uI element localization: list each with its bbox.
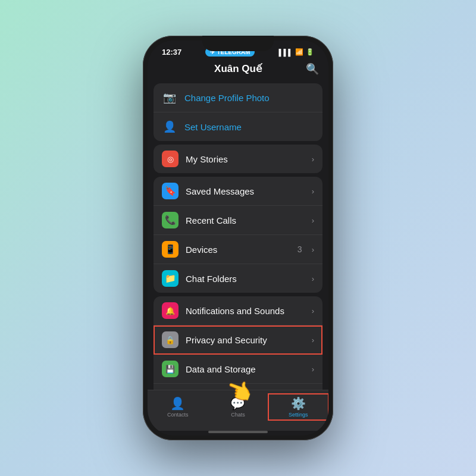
recent-calls-item[interactable]: 📞 Recent Calls › [154,206,322,235]
settings-section: 🔔 Notifications and Sounds › 🔒 Privacy a… [154,296,322,390]
profile-section: 📷 Change Profile Photo 👤 Set Username [154,83,322,141]
set-username-label: Set Username [184,122,242,132]
username-icon: 👤 [162,119,177,134]
chat-folders-item[interactable]: 📁 Chat Folders › [154,264,322,293]
tab-contacts[interactable]: 👤 Contacts [148,394,208,420]
main-section: 🔖 Saved Messages › 📞 Recent Calls › 📱 De… [154,177,322,293]
tab-bar: 👤 Contacts 💬 Chats 👈 ⚙️ Settings [148,390,328,431]
change-profile-photo-label: Change Profile Photo [184,93,270,103]
devices-chevron: › [312,245,314,254]
settings-icon: ⚙️ [291,396,306,411]
notifications-item[interactable]: 🔔 Notifications and Sounds › [154,296,322,325]
devices-value: 3 [298,245,302,254]
my-stories-chevron: › [312,155,314,164]
tab-settings[interactable]: ⚙️ Settings [268,394,328,420]
saved-messages-item[interactable]: 🔖 Saved Messages › [154,177,322,206]
privacy-security-item[interactable]: 🔒 Privacy and Security › [154,325,322,355]
signal-icon: ▌▌▌ [279,49,293,56]
set-username-item[interactable]: 👤 Set Username [154,112,322,141]
privacy-security-label: Privacy and Security [186,335,305,345]
data-storage-chevron: › [312,365,314,374]
camera-icon: 📷 [162,90,177,105]
battery-icon: 🔋 [306,48,314,56]
privacy-icon: 🔒 [162,331,178,348]
notifications-chevron: › [312,306,314,315]
folders-icon: 📁 [162,270,178,287]
content-area: 📷 Change Profile Photo 👤 Set Username ◎ … [148,80,328,390]
page-header: Xuân Quế 🔍 [148,59,328,80]
stories-icon: ◎ [162,151,178,167]
notifications-icon: 🔔 [162,302,178,319]
chat-folders-chevron: › [312,274,314,283]
storage-icon: 💾 [162,361,178,377]
chats-label: Chats [231,412,245,418]
screen: Xuân Quế 🔍 📷 Change Profile Photo 👤 Set … [148,59,328,436]
recent-calls-chevron: › [312,216,314,225]
settings-label: Settings [289,412,308,418]
devices-label: Devices [186,245,290,255]
recent-calls-label: Recent Calls [186,215,305,226]
chat-folders-label: Chat Folders [186,274,305,284]
page-title: Xuân Quế [214,62,262,75]
calls-icon: 📞 [162,212,178,228]
tab-chats[interactable]: 💬 Chats 👈 [208,394,268,420]
wifi-icon: 📶 [295,48,303,56]
my-stories-label: My Stories [186,154,305,164]
status-icons: ▌▌▌ 📶 🔋 [279,48,314,56]
status-time: 12:37 [162,48,181,57]
saved-icon: 🔖 [162,183,178,199]
stories-section: ◎ My Stories › [154,145,322,173]
devices-item[interactable]: 📱 Devices 3 › [154,235,322,264]
change-profile-photo-item[interactable]: 📷 Change Profile Photo [154,83,322,112]
notifications-label: Notifications and Sounds [186,306,305,316]
data-storage-label: Data and Storage [186,364,305,374]
saved-chevron: › [312,187,314,196]
contacts-label: Contacts [167,412,189,418]
contacts-icon: 👤 [170,396,185,411]
saved-messages-label: Saved Messages [186,186,305,196]
privacy-chevron: › [312,336,314,345]
my-stories-item[interactable]: ◎ My Stories › [154,145,322,173]
devices-icon: 📱 [162,241,178,258]
search-icon[interactable]: 🔍 [306,62,319,76]
phone-frame: 12:37 ✈ TELEGRAM ▌▌▌ 📶 🔋 Xuân Quế 🔍 [143,36,333,440]
